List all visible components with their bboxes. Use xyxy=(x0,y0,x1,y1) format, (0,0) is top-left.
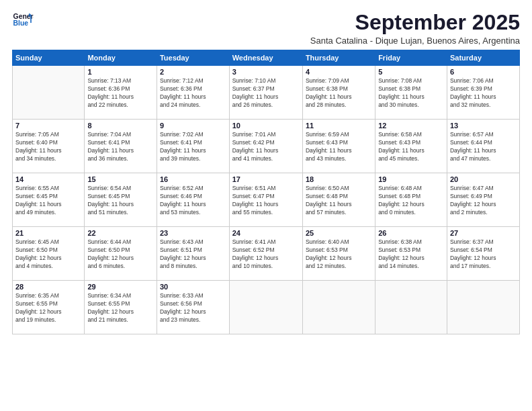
table-row xyxy=(375,281,447,334)
calendar-week-row: 21Sunrise: 6:45 AM Sunset: 6:50 PM Dayli… xyxy=(13,227,520,281)
table-row: 25Sunrise: 6:40 AM Sunset: 6:53 PM Dayli… xyxy=(302,227,375,281)
table-row: 5Sunrise: 7:08 AM Sunset: 6:38 PM Daylig… xyxy=(375,66,447,120)
table-row: 2Sunrise: 7:12 AM Sunset: 6:36 PM Daylig… xyxy=(157,66,229,120)
day-number: 2 xyxy=(160,68,226,76)
day-info: Sunrise: 6:58 AM Sunset: 6:43 PM Dayligh… xyxy=(378,131,444,163)
table-row: 17Sunrise: 6:51 AM Sunset: 6:47 PM Dayli… xyxy=(229,173,302,227)
table-row: 30Sunrise: 6:33 AM Sunset: 6:56 PM Dayli… xyxy=(157,281,229,334)
day-number: 11 xyxy=(306,122,372,130)
day-number: 22 xyxy=(87,229,154,237)
day-info: Sunrise: 6:48 AM Sunset: 6:48 PM Dayligh… xyxy=(378,185,444,217)
day-number: 15 xyxy=(87,175,154,183)
day-number: 19 xyxy=(378,175,444,183)
table-row: 21Sunrise: 6:45 AM Sunset: 6:50 PM Dayli… xyxy=(13,227,85,281)
col-thursday: Thursday xyxy=(302,50,375,66)
table-row xyxy=(229,281,302,334)
day-number: 23 xyxy=(160,229,226,237)
svg-text:Blue: Blue xyxy=(13,19,29,27)
table-row xyxy=(447,281,519,334)
subtitle: Santa Catalina - Dique Lujan, Buenos Air… xyxy=(310,36,520,46)
table-row: 4Sunrise: 7:09 AM Sunset: 6:38 PM Daylig… xyxy=(302,66,375,120)
table-row: 24Sunrise: 6:41 AM Sunset: 6:52 PM Dayli… xyxy=(229,227,302,281)
day-number: 24 xyxy=(232,229,300,237)
table-row: 20Sunrise: 6:47 AM Sunset: 6:49 PM Dayli… xyxy=(447,173,519,227)
col-saturday: Saturday xyxy=(447,50,519,66)
page: General Blue September 2025 Santa Catali… xyxy=(0,0,532,411)
day-info: Sunrise: 6:33 AM Sunset: 6:56 PM Dayligh… xyxy=(160,292,226,324)
day-number: 10 xyxy=(232,122,300,130)
day-number: 21 xyxy=(15,229,81,237)
day-info: Sunrise: 7:09 AM Sunset: 6:38 PM Dayligh… xyxy=(306,77,372,109)
day-number: 3 xyxy=(232,68,300,76)
table-row: 28Sunrise: 6:35 AM Sunset: 6:55 PM Dayli… xyxy=(13,281,85,334)
day-number: 1 xyxy=(87,68,154,76)
day-info: Sunrise: 6:50 AM Sunset: 6:48 PM Dayligh… xyxy=(306,185,372,217)
table-row xyxy=(302,281,375,334)
day-info: Sunrise: 6:40 AM Sunset: 6:53 PM Dayligh… xyxy=(306,238,372,271)
day-number: 20 xyxy=(450,175,517,183)
table-row: 16Sunrise: 6:52 AM Sunset: 6:46 PM Dayli… xyxy=(157,173,229,227)
table-row: 27Sunrise: 6:37 AM Sunset: 6:54 PM Dayli… xyxy=(447,227,519,281)
day-info: Sunrise: 6:55 AM Sunset: 6:45 PM Dayligh… xyxy=(15,185,81,217)
day-number: 17 xyxy=(232,175,300,183)
table-row: 12Sunrise: 6:58 AM Sunset: 6:43 PM Dayli… xyxy=(375,120,447,173)
day-number: 14 xyxy=(15,175,81,183)
day-info: Sunrise: 6:43 AM Sunset: 6:51 PM Dayligh… xyxy=(160,238,226,271)
day-number: 25 xyxy=(306,229,372,237)
day-number: 29 xyxy=(87,283,154,291)
day-number: 18 xyxy=(306,175,372,183)
day-number: 16 xyxy=(160,175,226,183)
table-row: 9Sunrise: 7:02 AM Sunset: 6:41 PM Daylig… xyxy=(157,120,229,173)
day-info: Sunrise: 6:34 AM Sunset: 6:55 PM Dayligh… xyxy=(87,292,154,324)
header: General Blue September 2025 Santa Catali… xyxy=(12,11,520,46)
day-number: 6 xyxy=(450,68,517,76)
day-info: Sunrise: 6:35 AM Sunset: 6:55 PM Dayligh… xyxy=(15,292,81,324)
day-info: Sunrise: 7:12 AM Sunset: 6:36 PM Dayligh… xyxy=(160,77,226,109)
calendar-header-row: Sunday Monday Tuesday Wednesday Thursday… xyxy=(13,50,520,66)
calendar: Sunday Monday Tuesday Wednesday Thursday… xyxy=(12,50,520,334)
main-title: September 2025 xyxy=(310,11,520,34)
day-number: 5 xyxy=(378,68,444,76)
day-info: Sunrise: 6:45 AM Sunset: 6:50 PM Dayligh… xyxy=(15,238,81,271)
day-number: 27 xyxy=(450,229,517,237)
col-sunday: Sunday xyxy=(13,50,85,66)
calendar-week-row: 28Sunrise: 6:35 AM Sunset: 6:55 PM Dayli… xyxy=(13,281,520,334)
day-number: 13 xyxy=(450,122,517,130)
day-info: Sunrise: 7:05 AM Sunset: 6:40 PM Dayligh… xyxy=(15,131,81,163)
day-info: Sunrise: 6:37 AM Sunset: 6:54 PM Dayligh… xyxy=(450,238,517,271)
day-info: Sunrise: 6:51 AM Sunset: 6:47 PM Dayligh… xyxy=(232,185,300,217)
col-monday: Monday xyxy=(85,50,157,66)
table-row: 10Sunrise: 7:01 AM Sunset: 6:42 PM Dayli… xyxy=(229,120,302,173)
logo-icon: General Blue xyxy=(12,11,34,30)
day-info: Sunrise: 7:01 AM Sunset: 6:42 PM Dayligh… xyxy=(232,131,300,163)
day-info: Sunrise: 7:04 AM Sunset: 6:41 PM Dayligh… xyxy=(87,131,154,163)
day-info: Sunrise: 6:41 AM Sunset: 6:52 PM Dayligh… xyxy=(232,238,300,271)
day-info: Sunrise: 7:08 AM Sunset: 6:38 PM Dayligh… xyxy=(378,77,444,109)
calendar-week-row: 7Sunrise: 7:05 AM Sunset: 6:40 PM Daylig… xyxy=(13,120,520,173)
day-info: Sunrise: 6:38 AM Sunset: 6:53 PM Dayligh… xyxy=(378,238,444,271)
table-row: 8Sunrise: 7:04 AM Sunset: 6:41 PM Daylig… xyxy=(85,120,157,173)
calendar-week-row: 14Sunrise: 6:55 AM Sunset: 6:45 PM Dayli… xyxy=(13,173,520,227)
col-tuesday: Tuesday xyxy=(157,50,229,66)
day-number: 4 xyxy=(306,68,372,76)
day-info: Sunrise: 6:57 AM Sunset: 6:44 PM Dayligh… xyxy=(450,131,517,163)
table-row: 14Sunrise: 6:55 AM Sunset: 6:45 PM Dayli… xyxy=(13,173,85,227)
table-row: 1Sunrise: 7:13 AM Sunset: 6:36 PM Daylig… xyxy=(85,66,157,120)
table-row: 23Sunrise: 6:43 AM Sunset: 6:51 PM Dayli… xyxy=(157,227,229,281)
day-info: Sunrise: 7:13 AM Sunset: 6:36 PM Dayligh… xyxy=(87,77,154,109)
table-row xyxy=(13,66,85,120)
table-row: 7Sunrise: 7:05 AM Sunset: 6:40 PM Daylig… xyxy=(13,120,85,173)
table-row: 11Sunrise: 6:59 AM Sunset: 6:43 PM Dayli… xyxy=(302,120,375,173)
day-info: Sunrise: 6:59 AM Sunset: 6:43 PM Dayligh… xyxy=(306,131,372,163)
day-info: Sunrise: 6:54 AM Sunset: 6:45 PM Dayligh… xyxy=(87,185,154,217)
day-number: 8 xyxy=(87,122,154,130)
table-row: 18Sunrise: 6:50 AM Sunset: 6:48 PM Dayli… xyxy=(302,173,375,227)
day-number: 26 xyxy=(378,229,444,237)
table-row: 26Sunrise: 6:38 AM Sunset: 6:53 PM Dayli… xyxy=(375,227,447,281)
day-info: Sunrise: 6:47 AM Sunset: 6:49 PM Dayligh… xyxy=(450,185,517,217)
day-info: Sunrise: 6:52 AM Sunset: 6:46 PM Dayligh… xyxy=(160,185,226,217)
col-friday: Friday xyxy=(375,50,447,66)
table-row: 22Sunrise: 6:44 AM Sunset: 6:50 PM Dayli… xyxy=(85,227,157,281)
calendar-week-row: 1Sunrise: 7:13 AM Sunset: 6:36 PM Daylig… xyxy=(13,66,520,120)
table-row: 15Sunrise: 6:54 AM Sunset: 6:45 PM Dayli… xyxy=(85,173,157,227)
